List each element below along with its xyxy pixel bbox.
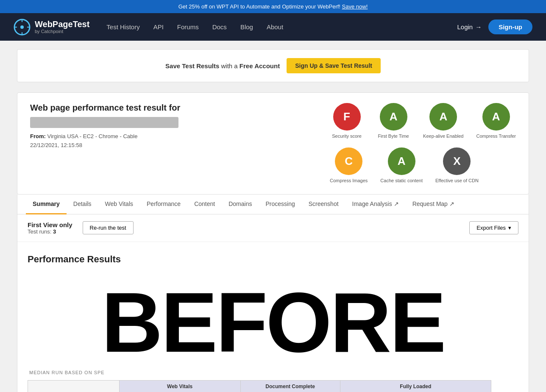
save-banner: Save Test Results with a Free Account Si… <box>17 49 529 82</box>
grade-label-compress-images: Compress Images <box>330 178 368 183</box>
nav-link-api[interactable]: API <box>153 23 164 31</box>
tab-request-map[interactable]: Request Map ↗ <box>406 195 461 214</box>
nav-link-test-history[interactable]: Test History <box>106 23 139 31</box>
grade-circle-first-byte: A <box>380 103 407 131</box>
performance-results-title: Performance Results <box>28 254 518 265</box>
grade-cache: A Cache static content <box>380 147 423 183</box>
grade-label-cdn: Effective use of CDN <box>435 178 479 183</box>
tab-processing[interactable]: Processing <box>259 195 301 214</box>
navbar: WebPageTest by Catchpoint Test History A… <box>0 13 546 41</box>
nav-link-blog[interactable]: Blog <box>240 23 253 31</box>
tab-screenshot[interactable]: Screenshot <box>302 195 345 214</box>
grade-circle-compress-images: C <box>335 147 362 175</box>
login-button[interactable]: Login → <box>457 23 482 31</box>
result-meta: From: Virginia USA - EC2 - Chrome - Cabl… <box>30 132 313 150</box>
promo-text: Get 25% off on WPT API to Automate and O… <box>178 3 340 10</box>
grade-keep-alive: A Keep-alive Enabled <box>423 103 463 139</box>
tab-summary[interactable]: Summary <box>26 195 67 214</box>
before-watermark: BEFORE <box>28 272 518 365</box>
grade-compress-images: C Compress Images <box>330 147 368 183</box>
test-runs: Test runs: 3 <box>28 228 72 235</box>
nav-logo[interactable]: WebPageTest by Catchpoint <box>14 19 89 36</box>
grade-compress-transfer: A Compress Transfer <box>476 103 516 139</box>
nav-link-forums[interactable]: Forums <box>177 23 199 31</box>
grade-first-byte: A First Byte Time <box>376 103 410 139</box>
tab-web-vitals[interactable]: Web Vitals <box>98 195 140 214</box>
table-fully-loaded-header: Fully Loaded <box>340 380 491 392</box>
median-label: MEDIAN RUN BASED ON SPE <box>28 370 518 375</box>
logo-text: WebPageTest by Catchpoint <box>35 19 89 34</box>
result-info: Web page performance test result for Fro… <box>30 103 313 150</box>
export-files-button[interactable]: Export Files ▾ <box>469 221 518 234</box>
grade-security: F Security score <box>330 103 364 139</box>
logo-title: WebPageTest <box>35 19 89 29</box>
grade-label-security: Security score <box>332 133 362 139</box>
tab-performance[interactable]: Performance <box>140 195 187 214</box>
grades-top-row: F Security score A First Byte Time A Kee… <box>330 103 516 184</box>
tab-domains[interactable]: Domains <box>222 195 259 214</box>
nav-link-about[interactable]: About <box>267 23 283 31</box>
grade-label-cache: Cache static content <box>380 178 423 183</box>
rerun-button[interactable]: Re-run the test <box>83 221 134 234</box>
arrow-right-icon: → <box>475 23 482 31</box>
nav-links: Test History API Forums Docs Blog About <box>106 23 457 31</box>
grades-container: F Security score A First Byte Time A Kee… <box>330 103 516 184</box>
test-controls: First View only Test runs: 3 Re-run the … <box>17 214 529 242</box>
main-content: Save Test Results with a Free Account Si… <box>0 41 546 392</box>
grade-circle-security: F <box>333 103 361 131</box>
grade-label-compress-transfer: Compress Transfer <box>476 133 516 139</box>
save-banner-text: Save Test Results with a Free Account <box>165 62 280 70</box>
logo-icon <box>14 19 31 36</box>
first-view-section: First View only Test runs: 3 <box>28 221 72 235</box>
grade-circle-keep-alive: A <box>429 103 457 131</box>
signup-button[interactable]: Sign-up <box>488 19 532 34</box>
table-empty-header <box>28 380 120 392</box>
results-table: Web Vitals Document Complete Fully Loade… <box>28 380 518 392</box>
tabs-container: Summary Details Web Vitals Performance C… <box>17 195 529 392</box>
grade-label-first-byte: First Byte Time <box>378 133 409 139</box>
grade-circle-cdn: X <box>443 147 471 175</box>
tab-content[interactable]: Content <box>187 195 222 214</box>
grade-cdn: X Effective use of CDN <box>435 147 479 183</box>
tab-image-analysis[interactable]: Image Analysis ↗ <box>345 195 406 214</box>
test-result-card: Web page performance test result for Fro… <box>17 92 529 195</box>
promo-bar: Get 25% off on WPT API to Automate and O… <box>0 0 546 13</box>
tabs: Summary Details Web Vitals Performance C… <box>17 195 529 214</box>
nav-actions: Login → Sign-up <box>457 19 532 34</box>
table-web-vitals-header: Web Vitals <box>119 380 240 392</box>
svg-point-1 <box>20 25 24 29</box>
result-header: Web page performance test result for Fro… <box>30 103 516 184</box>
nav-link-docs[interactable]: Docs <box>212 23 227 31</box>
save-test-result-button[interactable]: Sign Up & Save Test Result <box>287 58 381 73</box>
performance-results: Performance Results BEFORE MEDIAN RUN BA… <box>17 242 529 392</box>
table-doc-complete-header: Document Complete <box>240 380 340 392</box>
result-url-bar <box>30 117 178 128</box>
grade-circle-cache: A <box>388 147 415 175</box>
promo-link[interactable]: Save now! <box>342 3 368 10</box>
chevron-down-icon: ▾ <box>508 225 511 231</box>
result-title: Web page performance test result for <box>30 103 313 113</box>
grade-circle-compress-transfer: A <box>482 103 510 131</box>
grade-label-keep-alive: Keep-alive Enabled <box>423 133 463 139</box>
tab-details[interactable]: Details <box>67 195 98 214</box>
test-controls-left: First View only Test runs: 3 Re-run the … <box>28 221 134 235</box>
logo-subtitle: by Catchpoint <box>35 29 89 34</box>
first-view-label: First View only <box>28 221 72 228</box>
